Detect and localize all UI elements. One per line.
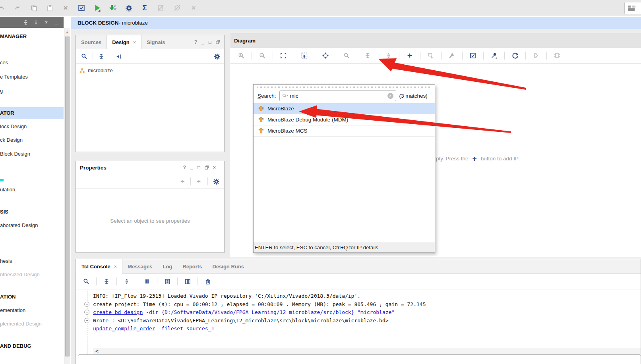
tab-close-icon[interactable]: × — [114, 264, 117, 270]
collapse-toggle-icon[interactable]: − — [84, 310, 89, 315]
step-icon[interactable]: 0110 — [108, 3, 118, 13]
tab-tcl-console[interactable]: Tcl Console× — [76, 259, 122, 274]
collapse-all-icon[interactable] — [97, 52, 106, 61]
flow-item-ip-catalog[interactable]: g — [0, 87, 64, 94]
sigma-report-icon[interactable]: Σ — [140, 3, 149, 13]
add-ip-button[interactable]: + — [405, 51, 414, 60]
properties-header: Properties ? _ □ × — [76, 161, 224, 174]
tab-design-runs[interactable]: Design Runs — [207, 259, 249, 273]
collapse-toggle-icon[interactable]: − — [84, 318, 89, 323]
properties-panel: Properties ? _ □ × Select an object to s… — [76, 161, 225, 253]
back-arrow-icon — [177, 177, 187, 186]
clear-console-icon[interactable] — [203, 277, 213, 286]
panel-help-icon[interactable]: ? — [183, 165, 186, 170]
tcl-console-panel: Tcl Console× Messages Log Reports Design… — [76, 259, 641, 364]
match-count: (3 matches) — [399, 93, 428, 99]
settings-gear-icon[interactable] — [124, 3, 134, 13]
sidebar-scrollbar-thumb[interactable] — [65, 37, 70, 356]
flow-item-run-implementation[interactable]: ementation — [0, 306, 64, 314]
flow-section-program-and-debug: AND DEBUG — [0, 342, 64, 350]
delete-icon[interactable]: × — [61, 3, 70, 13]
flow-item-generate-block-design[interactable]: Block Design — [0, 150, 64, 158]
tab-signals[interactable]: Signals — [141, 35, 170, 49]
diagram-search-icon — [342, 51, 351, 60]
collapse-all-icon[interactable] — [102, 277, 111, 286]
ip-search-input[interactable]: mic × — [279, 91, 396, 101]
flow-item-add-sources[interactable]: ces — [0, 58, 64, 66]
ip-result-mdm[interactable]: MicroBlaze Debug Module (MDM) — [254, 114, 435, 125]
flow-item-run-simulation[interactable]: ulation — [0, 185, 64, 193]
expand-all-icon[interactable] — [33, 19, 39, 25]
console-horizontal-scrollbar[interactable]: < — [93, 348, 641, 354]
flow-item-run-synthesis[interactable]: hesis — [0, 257, 64, 265]
tab-close-icon[interactable]: × — [133, 39, 136, 45]
panel-minimize-icon[interactable]: _ — [201, 39, 204, 45]
collapse-toggle-icon[interactable]: − — [84, 302, 89, 307]
zoom-selection-icon[interactable] — [300, 51, 309, 60]
search-icon[interactable] — [81, 277, 91, 286]
flow-section-rtl-analysis: SIS — [0, 208, 64, 216]
tcl-command-link[interactable]: update_compile_order — [93, 325, 155, 331]
toggle-columns-icon[interactable] — [183, 277, 192, 286]
panel-minimize-icon[interactable]: _ — [190, 165, 193, 170]
panel-maximize-icon[interactable]: □ — [209, 39, 211, 45]
collapse-all-icon[interactable] — [22, 19, 29, 25]
zoom-fit-icon[interactable] — [279, 51, 288, 60]
scroll-left-icon[interactable]: < — [93, 348, 99, 354]
tcl-command-link[interactable]: create_bd_design — [93, 309, 143, 315]
tcl-command-input[interactable] — [78, 354, 641, 364]
autofit-selection-icon[interactable] — [321, 51, 330, 60]
undo-icon[interactable] — [0, 3, 6, 13]
copy-icon[interactable] — [29, 3, 39, 13]
paste-icon[interactable] — [45, 3, 54, 13]
panel-float-icon[interactable] — [216, 40, 220, 44]
design-panel-tabs: Sources Design× Signals ? _ □ — [76, 35, 224, 49]
search-dropdown-icon[interactable] — [282, 93, 288, 98]
panel-help-icon[interactable]: ? — [194, 39, 197, 45]
scrollbar-up-icon[interactable]: ▲ — [65, 29, 70, 35]
diagram-toolbar: + — [230, 48, 641, 64]
layout-selector-button[interactable] — [624, 2, 641, 14]
clear-search-icon[interactable]: × — [387, 93, 393, 99]
pin-icon[interactable] — [489, 51, 499, 60]
flow-item-open-block-design[interactable]: ck Design — [0, 136, 64, 144]
diagram-title: Diagram — [234, 38, 256, 44]
tab-log[interactable]: Log — [157, 259, 177, 273]
expand-all-icon[interactable] — [122, 277, 132, 286]
validate-design-icon[interactable] — [468, 51, 478, 60]
console-output[interactable]: INFO: [IP_Flow 19-2313] Loaded Vivado IP… — [76, 289, 641, 364]
design-tree-item-microblaze[interactable]: microblaze — [76, 64, 224, 73]
expand-selected-icon[interactable] — [114, 52, 123, 61]
minimize-icon[interactable]: _ — [53, 19, 60, 25]
flow-item-open-elaborated-design[interactable]: aborated Design — [0, 221, 64, 229]
panel-close-icon[interactable]: × — [213, 165, 216, 170]
tab-design[interactable]: Design× — [107, 35, 141, 49]
ip-result-label: MicroBlaze Debug Module (MDM) — [267, 117, 348, 123]
wrench-icon[interactable] — [447, 51, 457, 60]
run-icon[interactable] — [93, 3, 102, 13]
tab-sources[interactable]: Sources — [76, 35, 107, 49]
hint-text-left: pty. Press the — [436, 156, 469, 162]
block-design-icon — [79, 68, 85, 73]
block-design-subtitle: - microblaze — [119, 20, 148, 26]
ip-result-microblaze[interactable]: MicroBlaze — [254, 103, 435, 114]
flow-section-ip-integrator[interactable]: ATOR — [0, 107, 64, 119]
pause-output-icon[interactable] — [142, 277, 152, 286]
ip-result-mcs[interactable]: MicroBlaze MCS — [254, 125, 435, 137]
redo-icon[interactable] — [13, 3, 23, 13]
search-icon[interactable] — [79, 52, 89, 61]
help-icon[interactable]: ? — [43, 19, 49, 25]
popup-gripper[interactable] — [257, 87, 432, 88]
panel-gear-icon[interactable] — [212, 52, 222, 61]
panel-maximize-icon[interactable]: □ — [198, 165, 200, 170]
copy-text-icon[interactable] — [163, 277, 172, 286]
flow-item-create-block-design[interactable]: lock Design — [0, 122, 64, 130]
tab-reports[interactable]: Reports — [177, 259, 207, 273]
flow-item-language-templates[interactable]: e Templates — [0, 73, 64, 81]
panel-float-icon[interactable] — [205, 166, 209, 169]
panel-gear-icon[interactable] — [211, 177, 221, 186]
validate-icon[interactable] — [77, 3, 86, 13]
regenerate-layout-icon[interactable] — [510, 51, 520, 60]
console-line: create_bd_design -dir {D:/SoftwareData/V… — [93, 308, 395, 316]
tab-messages[interactable]: Messages — [122, 259, 157, 273]
